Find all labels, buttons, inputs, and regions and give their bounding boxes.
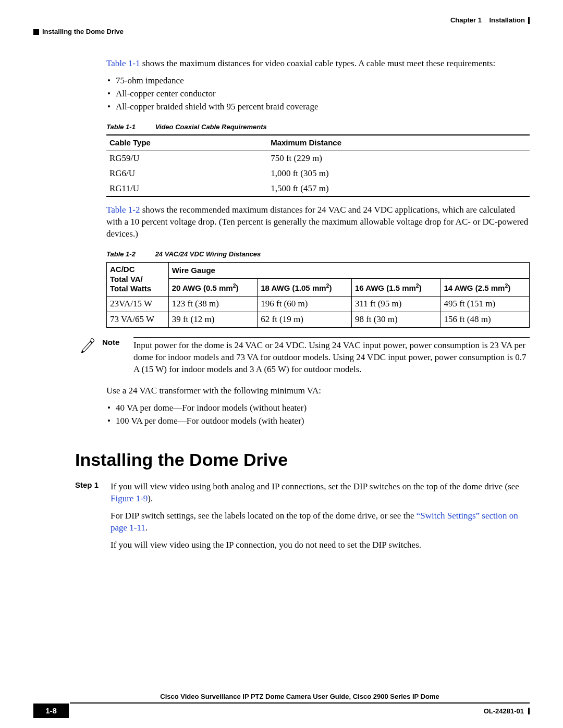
cell: RG6/U [106,166,267,181]
header-line: Total VA/ [110,275,143,283]
transformer-paragraph: Use a 24 VAC transformer with the follow… [106,385,530,397]
mid-text: shows the recommended maximum distances … [106,205,528,239]
cell: 23VA/15 W [107,297,169,312]
book-title: Cisco Video Surveillance IP PTZ Dome Cam… [70,692,530,704]
table-row: RG59/U 750 ft (229 m) [106,151,530,166]
intro-paragraph: Table 1-1 shows the maximum distances fo… [106,58,530,70]
cell: 39 ft (12 m) [168,312,258,328]
table-1-2-caption: Table 1-2 24 VAC/24 VDC Wiring Distances [106,250,530,259]
list-item: 40 VA per dome—For indoor models (withou… [117,402,530,414]
col-header: 20 AWG (0.5 mm2) [168,279,258,297]
col-group-header: Wire Gauge [168,262,529,279]
table-title: Video Coaxial Cable Requirements [155,123,267,131]
step-1: Step 1 If you will view video using both… [75,479,530,557]
table-row: RG11/U 1,500 ft (457 m) [106,181,530,197]
col-header: Cable Type [106,135,267,151]
table-1-1-caption: Table 1-1 Video Coaxial Cable Requiremen… [106,122,530,132]
pencil-icon [80,337,95,356]
step-label: Step 1 [75,479,101,557]
table-row: 23VA/15 W 123 ft (38 m) 196 ft (60 m) 31… [107,297,530,312]
page-number: 1-8 [33,704,69,718]
cell: RG59/U [106,151,267,166]
cell: 495 ft (151 m) [440,297,530,312]
table-number: Table 1-1 [106,122,153,132]
table-1-2: AC/DC Total VA/ Total Watts Wire Gauge 2… [106,262,530,328]
table-row: 73 VA/65 W 39 ft (12 m) 62 ft (19 m) 98 … [107,312,530,328]
transformer-list: 40 VA per dome—For indoor models (withou… [106,402,530,427]
step-paragraph: For DIP switch settings, see the labels … [111,510,530,534]
list-item: All-copper braided shield with 95 percen… [117,101,530,113]
cell: 1,500 ft (457 m) [267,181,530,197]
note-block: Note Input power for the dome is 24 VAC … [75,337,530,376]
cell: 311 ft (95 m) [351,297,440,312]
mid-paragraph: Table 1-2 shows the recommended maximum … [106,204,530,240]
note-text: Input power for the dome is 24 VAC or 24… [133,337,530,376]
table-number: Table 1-2 [106,250,153,259]
step-paragraph: If you will view video using the IP conn… [111,539,530,551]
section-marker-icon [33,29,39,35]
section-title: Installing the Dome Drive [42,27,124,36]
cell: 123 ft (38 m) [168,297,258,312]
col-header: Maximum Distance [267,135,530,151]
col-header: 14 AWG (2.5 mm2) [440,279,530,297]
table-1-1-link[interactable]: Table 1-1 [106,58,140,68]
table-row: RG6/U 1,000 ft (305 m) [106,166,530,181]
page-heading: Installing the Dome Drive [75,448,530,472]
col-header: AC/DC Total VA/ Total Watts [107,262,169,296]
cell: RG11/U [106,181,267,197]
doc-id: OL-24281-01 [484,707,524,716]
cell: 98 ft (30 m) [351,312,440,328]
cell: 750 ft (229 m) [267,151,530,166]
cell: 62 ft (19 m) [258,312,352,328]
note-label: Note [102,337,126,376]
header-line: AC/DC [110,265,135,274]
running-header-right: Chapter 1 Installation [33,16,530,26]
running-header-left: Installing the Dome Drive [33,27,530,38]
header-bar-icon [528,17,530,24]
figure-1-9-link[interactable]: Figure 1-9 [111,493,148,503]
col-header: 18 AWG (1.05 mm2) [258,279,352,297]
footer-bar-icon [528,708,530,714]
chapter-title: Installation [489,16,525,24]
cell: 1,000 ft (305 m) [267,166,530,181]
requirements-list: 75-ohm impedance All-copper center condu… [106,75,530,113]
cell: 73 VA/65 W [107,312,169,328]
list-item: 75-ohm impedance [117,75,530,87]
cell: 156 ft (48 m) [440,312,530,328]
list-item: 100 VA per dome—For outdoor models (with… [117,415,530,427]
table-1-2-link[interactable]: Table 1-2 [106,205,140,215]
header-line: Total Watts [110,284,151,293]
chapter-label: Chapter 1 [450,16,482,24]
list-item: All-copper center conductor [117,88,530,100]
table-title: 24 VAC/24 VDC Wiring Distances [155,250,261,258]
col-header: 16 AWG (1.5 mm2) [351,279,440,297]
cell: 196 ft (60 m) [258,297,352,312]
step-paragraph: If you will view video using both analog… [111,481,530,505]
table-1-1: Cable Type Maximum Distance RG59/U 750 f… [106,134,530,197]
intro-text: shows the maximum distances for video co… [140,58,495,68]
page-footer: Cisco Video Surveillance IP PTZ Dome Cam… [33,692,530,718]
